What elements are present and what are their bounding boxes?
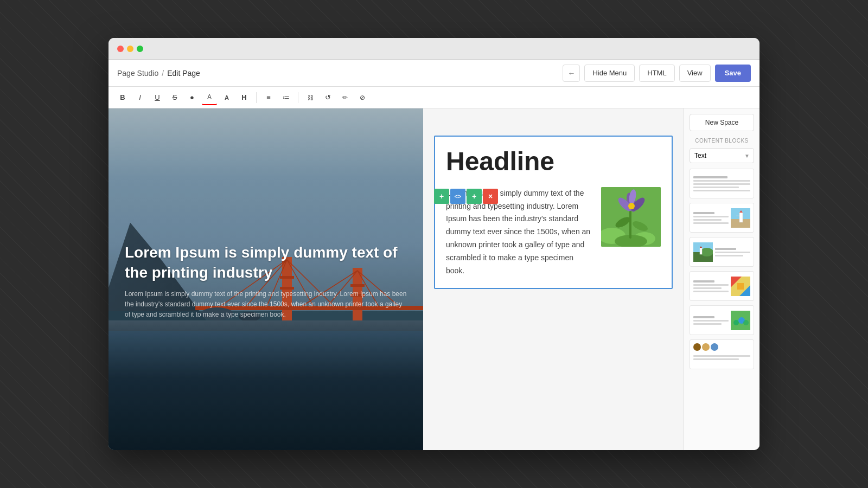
align-button[interactable]: ≡: [261, 90, 276, 105]
svg-point-48: [743, 320, 749, 325]
content-block[interactable]: Headline Lorem Ipsum is simply dummy tex…: [434, 136, 673, 289]
svg-rect-44: [737, 283, 744, 290]
text-style-button[interactable]: A: [219, 90, 234, 105]
circle-3: [711, 343, 718, 351]
breadcrumb: Page Studio / Edit Page: [117, 69, 558, 78]
strikethrough-button[interactable]: S: [167, 90, 182, 105]
circle-2: [702, 343, 710, 351]
breadcrumb-current: Edit Page: [167, 69, 200, 78]
window-controls: [117, 46, 143, 52]
content-image: [601, 187, 661, 247]
block-thumbnail-2[interactable]: [690, 203, 754, 233]
breadcrumb-home[interactable]: Page Studio: [117, 69, 158, 78]
block-thumbnail-3[interactable]: [690, 237, 754, 267]
thumb-lines-2: [693, 212, 729, 224]
heading-button[interactable]: H: [237, 90, 252, 105]
header-bar: Page Studio / Edit Page ← Hide Menu HTML…: [108, 60, 760, 87]
thumb-lines-3: [715, 248, 750, 256]
content-blocks-label: CONTENT BLOCKS: [690, 138, 754, 144]
block-type-select[interactable]: Text Image Video Gallery: [690, 148, 754, 163]
circle-1: [693, 343, 701, 351]
text-color-button[interactable]: A: [202, 90, 217, 105]
block-add-button[interactable]: +: [434, 189, 449, 204]
colorful-thumb-icon: [731, 277, 750, 296]
image-text-overlay[interactable]: Lorem Ipsum is simply dummy text of the …: [125, 243, 407, 320]
image-subtext: Lorem Ipsum is simply dummy text of the …: [125, 289, 407, 320]
highlight-button[interactable]: ●: [184, 90, 200, 105]
flower-svg: [601, 187, 661, 247]
thumb-lines-6: [693, 355, 750, 367]
header-actions: ← Hide Menu HTML View Save: [563, 65, 751, 82]
thumb-lighthouse-img: [731, 208, 750, 228]
pencil-button[interactable]: ✏: [337, 90, 353, 105]
save-button[interactable]: Save: [715, 65, 751, 82]
view-button[interactable]: View: [679, 65, 711, 82]
green-thumb-icon: [731, 311, 750, 330]
bold-button[interactable]: B: [115, 90, 130, 105]
breadcrumb-separator: /: [162, 69, 164, 78]
block-plus-button[interactable]: +: [467, 189, 482, 204]
content-headline: Headline: [446, 147, 661, 176]
list-button[interactable]: ≔: [278, 90, 293, 105]
toolbar-separator-1: [256, 92, 257, 103]
svg-rect-23: [629, 209, 631, 239]
content-panel: + <> + × Headline Lorem Ipsum is simply …: [423, 108, 684, 450]
image-panel: Lorem Ipsum is simply dummy text of the …: [108, 108, 423, 450]
block-thumbnail-4[interactable]: [690, 271, 754, 301]
thumb-lines-1: [693, 176, 750, 191]
block-code-button[interactable]: <>: [450, 189, 465, 204]
thumb-landscape-img: [693, 242, 713, 262]
landscape-thumb-icon: [693, 242, 713, 262]
hide-menu-button[interactable]: Hide Menu: [584, 65, 635, 82]
thumb-circles-row: [693, 343, 718, 351]
undo-button[interactable]: ↺: [320, 90, 335, 105]
sidebar: New Space CONTENT BLOCKS Text Image Vide…: [684, 108, 760, 450]
titlebar: [108, 38, 760, 60]
block-close-button[interactable]: ×: [483, 189, 498, 204]
svg-point-28: [628, 203, 635, 209]
svg-point-38: [700, 248, 713, 256]
svg-point-46: [733, 320, 739, 325]
block-thumbnail-5[interactable]: [690, 305, 754, 335]
thumb-colorful-img: [731, 277, 750, 296]
toolbar-separator-2: [298, 92, 298, 103]
block-thumbnail-6[interactable]: [690, 339, 754, 369]
maximize-button[interactable]: [137, 46, 143, 52]
thumb-green-img: [731, 311, 750, 330]
svg-rect-39: [700, 248, 702, 254]
clear-button[interactable]: ⊘: [355, 90, 370, 105]
image-heading: Lorem Ipsum is simply dummy text of the …: [125, 243, 407, 282]
new-space-button[interactable]: New Space: [690, 114, 754, 131]
italic-button[interactable]: I: [132, 90, 148, 105]
main-content: Lorem Ipsum is simply dummy text of the …: [108, 108, 760, 450]
block-thumbnail-1[interactable]: [690, 169, 754, 198]
editor-area: Lorem Ipsum is simply dummy text of the …: [108, 108, 684, 450]
main-window: Page Studio / Edit Page ← Hide Menu HTML…: [108, 38, 760, 450]
html-button[interactable]: HTML: [639, 65, 674, 82]
block-toolbar: + <> + ×: [434, 189, 498, 204]
svg-rect-33: [739, 213, 743, 222]
thumb-lines-4: [693, 280, 729, 292]
block-type-select-wrap: Text Image Video Gallery ▼: [690, 148, 754, 163]
thumb-lines-5: [693, 316, 729, 325]
lighthouse-thumb-icon: [731, 208, 750, 228]
back-button[interactable]: ←: [563, 65, 580, 82]
link-button[interactable]: ⛓: [303, 90, 318, 105]
formatting-toolbar: B I U S ● A A H ≡ ≔ ⛓ ↺ ✏ ⊘: [108, 87, 760, 108]
close-button[interactable]: [117, 46, 124, 52]
underline-button[interactable]: U: [150, 90, 165, 105]
minimize-button[interactable]: [127, 46, 133, 52]
